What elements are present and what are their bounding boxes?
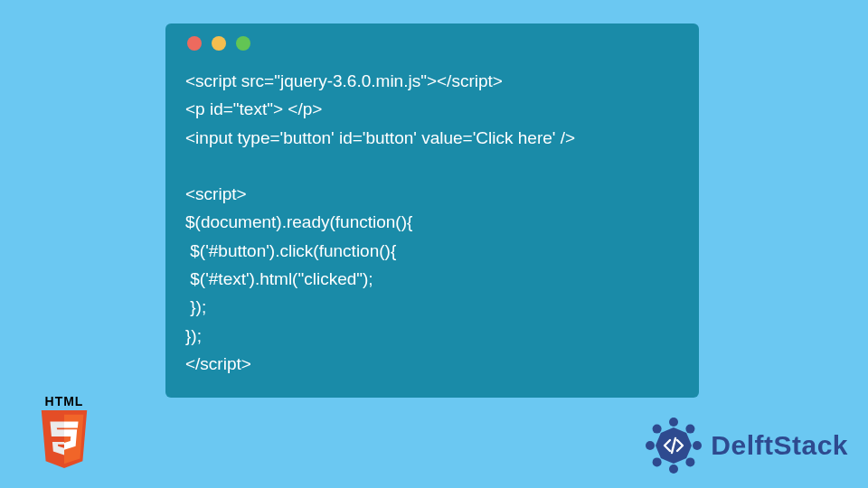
code-line: <script src="jquery-3.6.0.min.js"></scri…	[185, 67, 679, 95]
code-line: $('#text').html("clicked");	[185, 265, 679, 293]
svg-point-0	[669, 418, 678, 427]
code-line: </script>	[185, 350, 679, 378]
svg-point-1	[686, 425, 695, 434]
code-block: <script src="jquery-3.6.0.min.js"></scri…	[185, 67, 679, 378]
code-line: <script>	[185, 180, 679, 208]
code-line: <input type='button' id='button' value='…	[185, 124, 679, 152]
html5-label: HTML	[33, 394, 95, 408]
code-line: $('#button').click(function(){	[185, 237, 679, 265]
html5-logo: HTML	[33, 394, 95, 470]
minimize-icon	[212, 36, 226, 51]
code-line: <p id="text"> </p>	[185, 95, 679, 123]
code-line: });	[185, 293, 679, 321]
svg-point-7	[653, 425, 662, 434]
code-line: });	[185, 322, 679, 350]
code-line: $(document).ready(function(){	[185, 208, 679, 236]
maximize-icon	[236, 36, 250, 51]
html5-shield-icon	[37, 410, 91, 470]
svg-point-5	[653, 457, 662, 466]
delftstack-logo: DelftStack	[644, 416, 848, 475]
close-icon	[187, 36, 202, 51]
svg-point-2	[693, 441, 702, 450]
delftstack-icon	[644, 416, 703, 475]
delftstack-text: DelftStack	[711, 430, 848, 461]
svg-point-3	[686, 457, 695, 466]
svg-point-4	[669, 465, 678, 474]
svg-point-6	[646, 441, 655, 450]
code-window: <script src="jquery-3.6.0.min.js"></scri…	[165, 23, 699, 398]
code-line-blank	[185, 152, 679, 180]
window-controls	[185, 36, 679, 51]
